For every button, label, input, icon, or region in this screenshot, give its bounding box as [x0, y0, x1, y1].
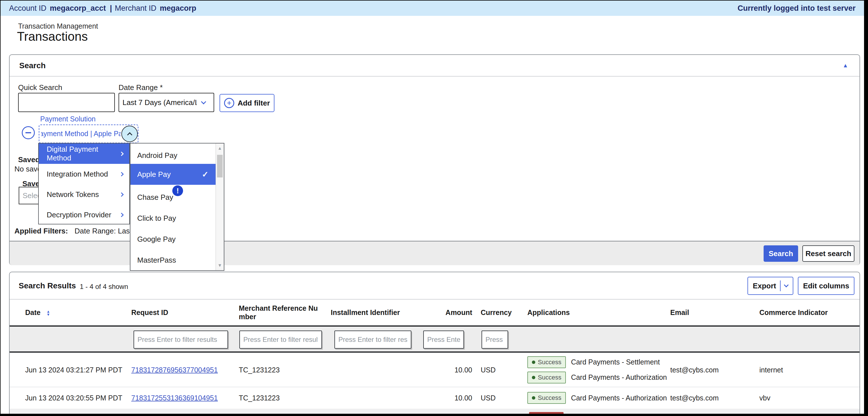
cell-amount: 10.00 — [418, 394, 472, 402]
cell-request-id: 7183172876956377004951 — [131, 366, 233, 374]
chevron-down-icon[interactable] — [784, 283, 789, 288]
alert-icon: ! — [172, 185, 183, 196]
cell-currency: USD — [481, 394, 518, 402]
sort-icon[interactable]: ▲ ▼ — [46, 310, 50, 316]
column-header-email: Email — [670, 308, 755, 317]
status-badge: Success — [527, 356, 566, 368]
quick-search-input[interactable] — [18, 93, 115, 112]
cell-commerce-indicator: internet — [760, 366, 853, 374]
scroll-up-icon[interactable]: ▲ — [216, 146, 224, 151]
filter-input-amount[interactable] — [423, 330, 464, 349]
filter-input-installment-identifier[interactable] — [334, 330, 411, 349]
chip-collapse-button[interactable] — [121, 126, 138, 142]
column-label: Date — [25, 308, 40, 317]
applied-filters-label: Applied Filters: — [14, 227, 68, 235]
reset-search-button[interactable]: Reset search — [802, 245, 855, 262]
top-bar: Account ID megacorp_acct | Merchant ID m… — [1, 1, 864, 16]
request-id-link[interactable]: 7183172553136369104951 — [131, 394, 218, 402]
cell-date: Jun 13 2024 03:21:27 PM PDT — [25, 366, 127, 374]
option-apple-pay[interactable]: Apple Pay ✓ — [130, 164, 216, 185]
option-google-pay[interactable]: Google Pay — [130, 233, 215, 245]
status-dot-icon — [532, 396, 535, 399]
column-header-merchant-reference-number: Merchant Reference Number — [239, 304, 324, 321]
menu-item-digital-payment-method[interactable]: Digital Payment Method — [39, 144, 129, 164]
quick-search-label: Quick Search — [18, 83, 62, 92]
filter-input-merchant-reference-number[interactable] — [239, 330, 322, 349]
filter-input-currency[interactable] — [482, 330, 508, 349]
chevron-right-icon — [119, 192, 124, 197]
column-header-currency: Currency — [481, 308, 518, 317]
status-badge: Success — [527, 392, 566, 404]
page-title: Transactions — [17, 29, 88, 43]
request-id-link[interactable]: 7183172876956377004951 — [131, 366, 218, 374]
status-text: Success — [538, 359, 561, 366]
add-filter-button[interactable]: + Add filter — [220, 94, 274, 112]
application-entry: Success Card Payments - Authorization — [527, 372, 672, 383]
application-entry: Success Card Payments - Authorization — [527, 392, 672, 404]
status-badge: Success — [527, 372, 566, 383]
plus-circle-icon: + — [224, 98, 234, 108]
column-header-installment-identifier: Installment Identifier — [331, 308, 424, 317]
filter-options-menu: Android Pay Apple Pay ✓ Chase Pay Click … — [130, 143, 224, 271]
cell-applications: Success Card Payments - Authorization — [527, 387, 672, 409]
filter-input-request-id[interactable] — [133, 330, 228, 349]
cell-merchant-reference-number: TC_1231223 — [239, 394, 324, 402]
cell-merchant-reference-number: TC_1231223 — [239, 366, 324, 374]
menu-item-integration-method[interactable]: Integration Method — [39, 164, 129, 184]
account-id-label: Account ID — [9, 4, 46, 13]
column-header-date[interactable]: Date ▲ ▼ — [25, 308, 127, 317]
export-button[interactable]: Export — [747, 277, 793, 295]
partial-status-badge — [529, 412, 564, 416]
payment-solution-chip[interactable]: Payment Method | Apple Pay — [39, 124, 138, 143]
scroll-down-icon[interactable]: ▼ — [216, 263, 224, 268]
menu-item-label: Decryption Provider — [47, 211, 111, 219]
status-text: Success — [538, 374, 561, 381]
saved-searches-label: Saved — [18, 155, 40, 164]
cell-amount: 10.00 — [418, 366, 472, 374]
status-text: Success — [538, 394, 561, 402]
button-divider — [780, 280, 781, 291]
menu-item-label: Integration Method — [47, 170, 108, 179]
menu-item-label: Network Tokens — [47, 190, 99, 199]
column-header-commerce-indicator: Commerce Indicator — [760, 308, 853, 317]
export-label: Export — [753, 281, 776, 290]
application-entry: Success Card Payments - Settlement — [527, 356, 672, 368]
table-filter-row — [10, 325, 860, 353]
server-status: Currently logged into test server — [738, 4, 856, 13]
payment-solution-label: Payment Solution — [40, 115, 96, 123]
cell-date: Jun 13 2024 03:20:55 PM PDT — [25, 394, 127, 402]
edit-columns-button[interactable]: Edit columns — [798, 277, 855, 295]
search-results-panel: Search Results 1 - 4 of 4 shown Export E… — [9, 272, 860, 416]
search-button[interactable]: Search — [764, 245, 798, 262]
application-label: Card Payments - Authorization — [571, 373, 667, 382]
merchant-id-label: Merchant ID — [115, 4, 156, 13]
cell-currency: USD — [481, 366, 518, 374]
option-click-to-pay[interactable]: Click to Pay — [130, 212, 215, 225]
date-range-value: Last 7 Days (America/Los_A — [123, 98, 197, 107]
results-header: Search Results 1 - 4 of 4 shown Export E… — [10, 272, 860, 299]
search-panel-title: Search — [19, 61, 45, 70]
collapse-panel-icon[interactable]: ▲ — [842, 62, 848, 69]
menu-item-label: Digital Payment Method — [47, 145, 123, 162]
results-count: 1 - 4 of 4 shown — [80, 283, 128, 291]
cell-applications: Success Card Payments - Settlement Succe… — [527, 353, 672, 387]
remove-filter-button[interactable] — [22, 126, 35, 139]
column-header-request-id: Request ID — [131, 308, 233, 317]
option-android-pay[interactable]: Android Pay — [130, 149, 215, 161]
options-scrollbar[interactable]: ▲ ▼ — [216, 144, 224, 270]
results-title: Search Results — [19, 281, 76, 290]
status-dot-icon — [532, 360, 535, 364]
scrollbar-thumb[interactable] — [217, 155, 223, 177]
status-dot-icon — [532, 376, 535, 379]
option-masterpass[interactable]: MasterPass — [130, 254, 215, 266]
cell-email: test@cybs.com — [670, 394, 755, 402]
option-label: Apple Pay — [137, 170, 171, 179]
chevron-right-icon — [119, 172, 124, 176]
chip-value: Payment Method | Apple Pay — [41, 129, 121, 138]
account-id-value: megacorp_acct — [50, 4, 106, 13]
cell-commerce-indicator: vbv — [760, 394, 853, 402]
menu-item-decryption-provider[interactable]: Decryption Provider — [39, 205, 129, 225]
add-filter-label: Add filter — [238, 99, 270, 108]
menu-item-network-tokens[interactable]: Network Tokens — [39, 184, 129, 205]
date-range-select[interactable]: Last 7 Days (America/Los_A — [119, 93, 214, 112]
